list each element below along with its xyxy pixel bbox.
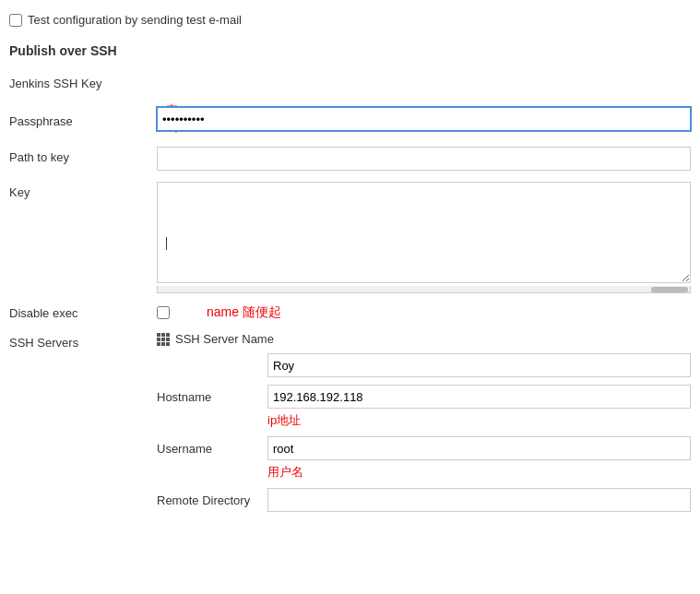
test-config-row: Test configuration by sending test e-mai… bbox=[0, 9, 700, 30]
passphrase-input[interactable] bbox=[157, 107, 691, 131]
remote-directory-input[interactable] bbox=[267, 488, 691, 512]
username-annotation: 用户名 bbox=[267, 464, 303, 481]
main-container: Test configuration by sending test e-mai… bbox=[0, 0, 700, 530]
key-label: Key bbox=[9, 182, 157, 199]
jenkins-ssh-key-label: Jenkins SSH Key bbox=[9, 73, 157, 90]
server-name-field bbox=[267, 353, 691, 377]
passphrase-row: Passphrase 密码 bbox=[0, 97, 700, 141]
passphrase-label-wrap: Passphrase 密码 bbox=[9, 102, 157, 136]
hostname-input[interactable] bbox=[267, 385, 691, 409]
hostname-annotation: ip地址 bbox=[267, 412, 301, 429]
disable-exec-label: Disable exec bbox=[9, 306, 157, 320]
disable-exec-checkbox[interactable] bbox=[157, 306, 170, 319]
test-config-label: Test configuration by sending test e-mai… bbox=[28, 13, 242, 27]
hostname-label: Hostname bbox=[157, 390, 267, 404]
name-annotation: name 随便起 bbox=[207, 304, 281, 321]
key-field bbox=[157, 182, 691, 293]
ssh-servers-section: SSH Servers SSH Server Name Hos bbox=[0, 327, 700, 521]
ssh-servers-content: SSH Server Name Hostname ip地址 bbox=[157, 332, 691, 516]
scrollbar-thumb bbox=[651, 287, 688, 292]
textarea-scrollbar bbox=[157, 286, 691, 293]
remote-directory-field bbox=[267, 488, 691, 512]
section-title: Publish over SSH bbox=[0, 38, 700, 64]
username-row: Username bbox=[157, 433, 691, 464]
text-cursor bbox=[166, 237, 167, 250]
remote-directory-label: Remote Directory bbox=[157, 493, 267, 507]
username-label: Username bbox=[157, 442, 267, 456]
hostname-annotation-row: ip地址 bbox=[157, 412, 691, 433]
hostname-field-wrap bbox=[267, 385, 691, 409]
path-to-key-label: Path to key bbox=[9, 147, 157, 164]
disable-exec-row: Disable exec name 随便起 bbox=[0, 299, 700, 327]
disable-exec-checkbox-wrap: name 随便起 bbox=[157, 304, 281, 321]
passphrase-label: Passphrase bbox=[9, 111, 157, 128]
key-row: Key bbox=[0, 176, 700, 299]
ssh-server-header: SSH Server Name bbox=[157, 332, 691, 346]
jenkins-ssh-key-row: Jenkins SSH Key bbox=[0, 67, 700, 97]
username-annotation-row: 用户名 bbox=[157, 464, 691, 484]
path-to-key-input[interactable] bbox=[157, 147, 691, 171]
ssh-servers-label: SSH Servers bbox=[9, 332, 157, 350]
server-name-row bbox=[157, 350, 691, 381]
remote-directory-row: Remote Directory bbox=[157, 484, 691, 516]
test-config-checkbox[interactable] bbox=[9, 14, 22, 27]
passphrase-field bbox=[157, 107, 691, 131]
username-input[interactable] bbox=[267, 436, 691, 460]
grid-icon bbox=[157, 333, 170, 346]
server-name-input[interactable] bbox=[267, 353, 691, 377]
key-textarea[interactable] bbox=[157, 182, 691, 283]
path-to-key-field bbox=[157, 147, 691, 171]
username-field-wrap bbox=[267, 436, 691, 460]
ssh-server-name-header-label: SSH Server Name bbox=[175, 332, 274, 346]
path-to-key-row: Path to key bbox=[0, 141, 700, 176]
hostname-row: Hostname bbox=[157, 381, 691, 412]
